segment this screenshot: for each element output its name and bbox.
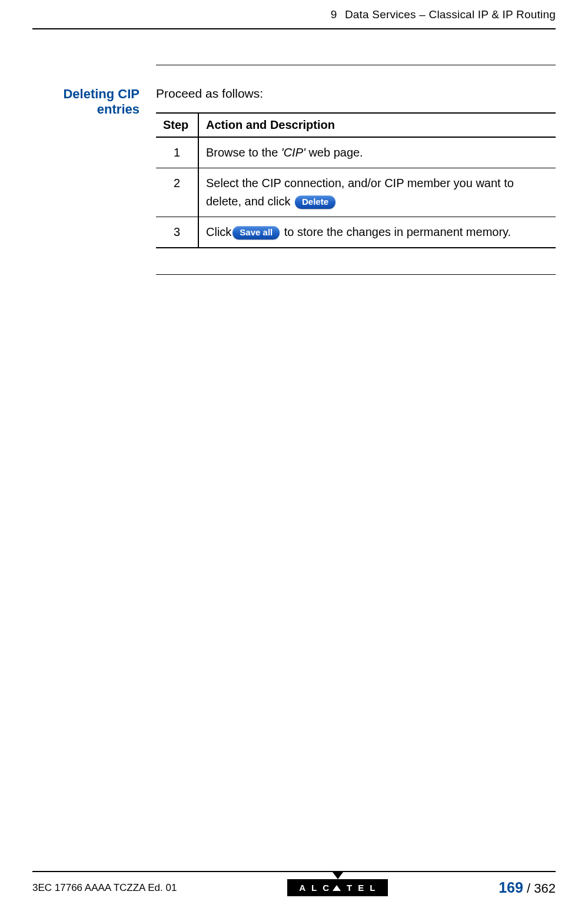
text-fragment: Select the CIP connection, and/or CIP me…: [206, 177, 514, 208]
logo-letter: T: [347, 883, 358, 893]
table-row: 1 Browse to the 'CIP' web page.: [156, 137, 556, 168]
step-number: 3: [156, 217, 198, 248]
table-row: 3 ClickSave all to store the changes in …: [156, 217, 556, 248]
table-row: 2 Select the CIP connection, and/or CIP …: [156, 168, 556, 217]
step-number: 2: [156, 168, 198, 217]
logo-letter: E: [358, 883, 370, 893]
page-header: 9 Data Services – Classical IP & IP Rout…: [32, 0, 556, 29]
page-total: 362: [534, 881, 556, 896]
col-header-desc: Action and Description: [198, 113, 556, 137]
step-number: 1: [156, 137, 198, 168]
section-rule-top: [156, 65, 556, 65]
logo-wrap: ALCTEL: [177, 879, 499, 896]
save-all-button[interactable]: Save all: [232, 226, 280, 240]
col-header-step: Step: [156, 113, 198, 137]
step-description: Browse to the 'CIP' web page.: [198, 137, 556, 168]
page-current: 169: [499, 879, 523, 896]
logo-letter: L: [311, 883, 323, 893]
page-separator: /: [523, 881, 534, 896]
content-area: Deleting CIP entries Proceed as follows:…: [32, 65, 556, 275]
lead-text: Proceed as follows:: [156, 87, 556, 101]
logo-letter: L: [370, 883, 381, 893]
section-title: Deleting CIP entries: [32, 87, 156, 118]
step-description: Select the CIP connection, and/or CIP me…: [198, 168, 556, 217]
text-fragment: web page.: [305, 146, 363, 159]
alcatel-logo: ALCTEL: [287, 879, 388, 896]
chapter-title: Data Services – Classical IP & IP Routin…: [345, 8, 556, 21]
document-code: 3EC 17766 AAAA TCZZA Ed. 01: [32, 882, 177, 894]
section-rule-bottom: [156, 274, 556, 275]
page-number: 169 / 362: [499, 879, 556, 896]
chapter-number: 9: [331, 8, 337, 21]
delete-button[interactable]: Delete: [295, 195, 335, 209]
page-footer: 3EC 17766 AAAA TCZZA Ed. 01 ALCTEL 169 /…: [32, 871, 556, 896]
emphasized-text: 'CIP': [281, 146, 305, 159]
logo-letter: A: [299, 883, 311, 893]
section-body: Proceed as follows: Step Action and Desc…: [156, 87, 556, 248]
text-fragment: Browse to the: [206, 146, 281, 159]
triangle-down-icon: [333, 872, 343, 879]
triangle-up-icon: [333, 885, 341, 891]
text-fragment: Click: [206, 225, 231, 238]
procedure-table: Step Action and Description 1 Browse to …: [156, 112, 556, 248]
step-description: ClickSave all to store the changes in pe…: [198, 217, 556, 248]
text-fragment: to store the changes in permanent memory…: [281, 225, 511, 238]
